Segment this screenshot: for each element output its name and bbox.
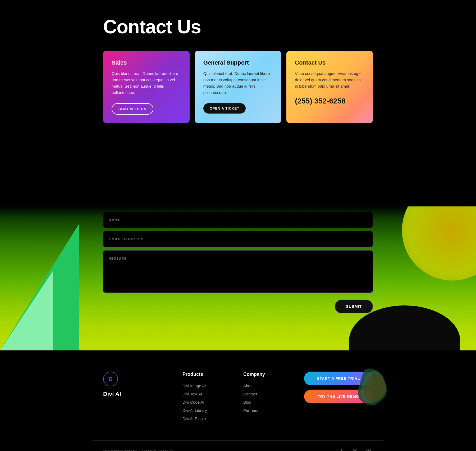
- email-input[interactable]: [103, 231, 373, 247]
- footer-link-blog[interactable]: Blog: [243, 400, 283, 404]
- company-title: Company: [243, 372, 283, 377]
- chat-with-us-button[interactable]: CHAT WITH US: [112, 103, 153, 115]
- sales-card-text: Quis blandit erat. Donec laoreet libero …: [112, 70, 181, 96]
- open-ticket-button[interactable]: OPEN A TICKET: [203, 103, 246, 114]
- form-section: SUBMIT: [0, 206, 476, 350]
- submit-button[interactable]: SUBMIT: [335, 300, 373, 313]
- contact-section: Contact Us Sales Quis blandit erat. Done…: [0, 0, 476, 206]
- message-textarea[interactable]: [103, 250, 373, 293]
- support-card-title: General Support: [203, 59, 273, 66]
- sales-card: Sales Quis blandit erat. Donec laoreet l…: [103, 51, 190, 123]
- contact-card-title: Contact Us: [295, 59, 364, 66]
- decorative-triangle-left2: [0, 271, 53, 350]
- footer-cta: START A FREE TRIAL TRY THE LIVE DEMO: [304, 372, 373, 403]
- support-card-text: Quis blandit erat. Donec laoreet libero …: [203, 70, 273, 96]
- submit-row: SUBMIT: [103, 300, 373, 313]
- page-title: Contact Us: [103, 16, 373, 38]
- footer-decorative-blob: [357, 366, 389, 409]
- footer-bottom: Copyright © 2024 Divi. All Rights Reserv…: [93, 440, 383, 451]
- contact-phone: (255) 352-6258: [295, 97, 364, 105]
- social-icons: [337, 447, 373, 451]
- footer-link-divi-ai-library[interactable]: Divi AI Library: [182, 408, 222, 413]
- sales-card-title: Sales: [112, 59, 181, 66]
- footer-link-partners[interactable]: Partners: [243, 408, 283, 413]
- footer-brand: D Divi AI: [103, 372, 161, 398]
- contact-card-text: Vitae consequat augue. Vivamus eget dolo…: [295, 70, 364, 89]
- footer-link-about[interactable]: About: [243, 384, 283, 388]
- footer-link-divi-text-ai[interactable]: Divi Text AI: [182, 392, 222, 396]
- svg-rect-0: [367, 449, 371, 451]
- cards-row: Sales Quis blandit erat. Donec laoreet l…: [103, 51, 373, 123]
- footer-link-divi-ai-plugin[interactable]: Divi AI Plugin: [182, 416, 222, 421]
- footer-logo: D: [103, 372, 118, 386]
- instagram-icon[interactable]: [364, 447, 373, 451]
- footer-brand-name: Divi AI: [103, 391, 161, 398]
- footer-products-col: Products Divi Image AI Divi Text AI Divi…: [182, 372, 222, 425]
- footer-link-contact[interactable]: Contact: [243, 392, 283, 396]
- support-card: General Support Quis blandit erat. Donec…: [195, 51, 281, 123]
- facebook-icon[interactable]: [337, 447, 345, 451]
- footer-company-col: Company About Contact Blog Partners: [243, 372, 283, 416]
- products-title: Products: [182, 372, 222, 377]
- name-input[interactable]: [103, 212, 373, 228]
- copyright-text: Copyright © 2024 Divi. All Rights Reserv…: [103, 449, 175, 451]
- x-twitter-icon[interactable]: [351, 447, 359, 451]
- contact-form: SUBMIT: [93, 206, 383, 335]
- footer-inner: D Divi AI Products Divi Image AI Divi Te…: [93, 372, 383, 425]
- footer-link-divi-image-ai[interactable]: Divi Image AI: [182, 384, 222, 388]
- footer-link-divi-code-ai[interactable]: Divi Code AI: [182, 400, 222, 404]
- contact-card: Contact Us Vitae consequat augue. Vivamu…: [286, 51, 373, 123]
- footer: D Divi AI Products Divi Image AI Divi Te…: [0, 350, 476, 451]
- decorative-circle-right: [402, 206, 476, 281]
